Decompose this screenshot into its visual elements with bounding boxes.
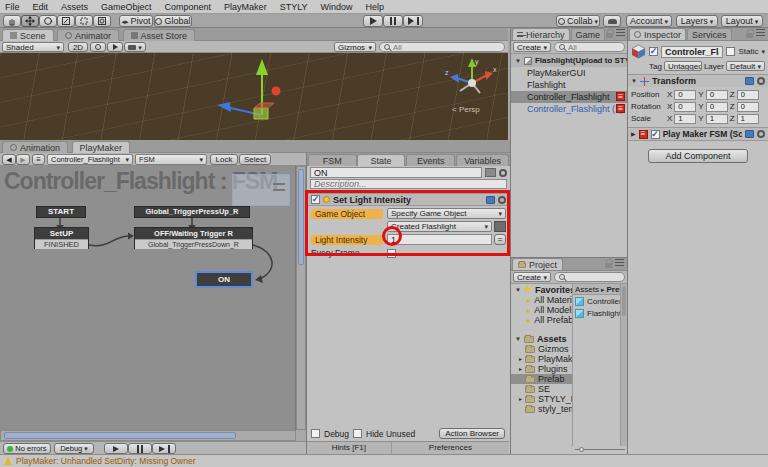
- action-browser-button[interactable]: Action Browser: [439, 428, 505, 439]
- graph-back-button[interactable]: ◀: [2, 154, 16, 165]
- play-button[interactable]: [363, 15, 383, 27]
- move-gizmo[interactable]: [210, 53, 310, 140]
- hide-unused-checkbox[interactable]: [353, 429, 362, 438]
- static-checkbox[interactable]: [726, 47, 735, 56]
- tab-variables[interactable]: Variables: [456, 154, 509, 166]
- expander-icon[interactable]: ▼: [515, 336, 521, 342]
- project-search-input[interactable]: [568, 273, 620, 282]
- playmaker-fsm-component-header[interactable]: ▶ Play Maker FSM (Script): [628, 127, 768, 141]
- account-dropdown[interactable]: Account ▾: [626, 15, 672, 27]
- scale-x-input[interactable]: [674, 114, 696, 124]
- tab-project[interactable]: Project: [512, 258, 563, 270]
- chevron-down-icon[interactable]: ▾: [761, 48, 765, 55]
- menu-help[interactable]: Help: [365, 2, 384, 12]
- docs-icon[interactable]: [486, 196, 495, 204]
- scene-search[interactable]: [379, 42, 505, 52]
- create-dropdown[interactable]: Create ▾: [513, 42, 551, 52]
- scene-lighting-button[interactable]: [90, 42, 106, 52]
- graph-vertical-scrollbar[interactable]: [296, 166, 306, 430]
- step-button[interactable]: [403, 15, 423, 27]
- rotation-z-input[interactable]: [737, 102, 759, 112]
- folder-se[interactable]: SE: [511, 384, 572, 394]
- favorite-all-models[interactable]: ★ All Models: [511, 305, 572, 315]
- scale-tool-button[interactable]: [57, 15, 75, 27]
- assets-root-row[interactable]: ▼ Assets: [511, 333, 572, 344]
- lock-icon[interactable]: [746, 33, 753, 38]
- scene-axis-gizmo[interactable]: y x z: [444, 53, 500, 109]
- menu-assets[interactable]: Assets: [61, 2, 88, 12]
- transform-header[interactable]: ▼ Transform: [628, 74, 768, 87]
- folder-prefab[interactable]: Prefab: [511, 374, 572, 384]
- 2d-toggle-button[interactable]: 2D: [68, 42, 88, 52]
- hierarchy-search[interactable]: [554, 42, 625, 52]
- shading-mode-dropdown[interactable]: Shaded ▾: [2, 42, 64, 52]
- scene-effects-dropdown[interactable]: ▾: [124, 42, 146, 52]
- folder-styly-temp[interactable]: styly_temp: [511, 404, 572, 414]
- hierarchy-item-controller-flashlight[interactable]: Controller_Flashlight: [511, 91, 627, 103]
- expander-icon[interactable]: ▼: [515, 58, 521, 64]
- gizmos-dropdown[interactable]: Gizmos ▾: [334, 42, 376, 52]
- tab-animator[interactable]: Animator: [57, 29, 119, 41]
- expander-icon[interactable]: ▼: [515, 287, 521, 293]
- scrollbar-thumb[interactable]: [4, 432, 236, 439]
- gear-icon[interactable]: [499, 169, 507, 177]
- folder-plugins[interactable]: ▸ Plugins: [511, 364, 572, 374]
- hierarchy-item-flashlight[interactable]: Flashlight: [511, 79, 627, 91]
- scale-z-input[interactable]: [737, 114, 759, 124]
- expander-icon[interactable]: ▸: [519, 366, 522, 372]
- debug-dropdown[interactable]: Debug ▾: [54, 443, 94, 454]
- expander-icon[interactable]: ▸: [519, 396, 522, 402]
- global-toggle-button[interactable]: Global: [154, 15, 192, 27]
- light-intensity-input[interactable]: [387, 234, 492, 245]
- game-object-dropdown[interactable]: Specify Game Object ▾: [387, 208, 506, 219]
- move-tool-button[interactable]: [21, 15, 39, 27]
- fsm-node-off-waiting[interactable]: OFF/Waiting Trigger R Global_TriggerPres…: [134, 227, 253, 249]
- gear-icon[interactable]: [498, 196, 506, 204]
- slider-handle[interactable]: [579, 447, 584, 452]
- fsm-menu-dropdown[interactable]: FSM ▾: [135, 154, 207, 165]
- fsm-node-start[interactable]: START: [36, 206, 86, 218]
- asset-controller-flashlight-prefab[interactable]: Controller_Flas: [573, 295, 620, 307]
- panel-menu-icon[interactable]: [616, 29, 625, 36]
- scene-search-input[interactable]: [393, 43, 500, 52]
- tab-scene[interactable]: Scene: [2, 29, 54, 41]
- tab-asset-store[interactable]: Asset Store: [123, 29, 196, 41]
- debug-checkbox[interactable]: [311, 429, 320, 438]
- docs-icon[interactable]: [745, 130, 754, 138]
- active-checkbox[interactable]: [649, 47, 658, 56]
- expander-icon[interactable]: ▼: [631, 78, 637, 84]
- panel-menu-icon[interactable]: [615, 259, 624, 266]
- fsm-play-button[interactable]: [104, 443, 128, 454]
- rotation-y-input[interactable]: [706, 102, 728, 112]
- scrollbar-thumb[interactable]: [298, 169, 304, 265]
- tab-services[interactable]: Services: [687, 28, 732, 40]
- tab-playmaker[interactable]: PlayMaker: [72, 141, 131, 153]
- favorite-all-materials[interactable]: ★ All Materials: [511, 295, 572, 305]
- folder-gizmos[interactable]: Gizmos: [511, 344, 572, 354]
- preferences-button[interactable]: Preferences: [392, 442, 509, 454]
- rotate-tool-button[interactable]: [39, 15, 57, 27]
- state-description-input[interactable]: [310, 179, 507, 189]
- status-bar[interactable]: PlayMaker: Unhandled SetDirty: Missing O…: [0, 454, 768, 467]
- scale-y-input[interactable]: [706, 114, 728, 124]
- position-x-input[interactable]: [674, 90, 696, 100]
- menu-playmaker[interactable]: PlayMaker: [224, 2, 267, 12]
- menu-gameobject[interactable]: GameObject: [101, 2, 152, 12]
- lock-icon[interactable]: [605, 263, 612, 268]
- project-search[interactable]: [554, 272, 625, 282]
- add-component-button[interactable]: Add Component: [648, 149, 748, 163]
- action-header[interactable]: Set Light Intensity: [307, 193, 510, 206]
- select-button[interactable]: Select: [239, 154, 271, 165]
- folder-styly-pla[interactable]: ▸ STYLY_Pla: [511, 394, 572, 404]
- hierarchy-item-playmakergui[interactable]: PlayMakerGUI: [511, 67, 627, 79]
- persp-label[interactable]: < Persp: [452, 105, 480, 114]
- cloud-button[interactable]: [603, 15, 621, 27]
- tab-fsm[interactable]: FSM: [308, 154, 357, 166]
- pivot-toggle-button[interactable]: ◂▸ Pivot: [119, 15, 153, 27]
- hierarchy-search-input[interactable]: [568, 43, 620, 52]
- pause-button[interactable]: [383, 15, 403, 27]
- layout-dropdown[interactable]: Layout ▾: [721, 15, 763, 27]
- collab-dropdown[interactable]: Collab ▾: [556, 15, 600, 27]
- fsm-graph-canvas[interactable]: Controller_Flashlight : FSM START Global…: [0, 166, 296, 430]
- lock-icon[interactable]: [606, 33, 613, 38]
